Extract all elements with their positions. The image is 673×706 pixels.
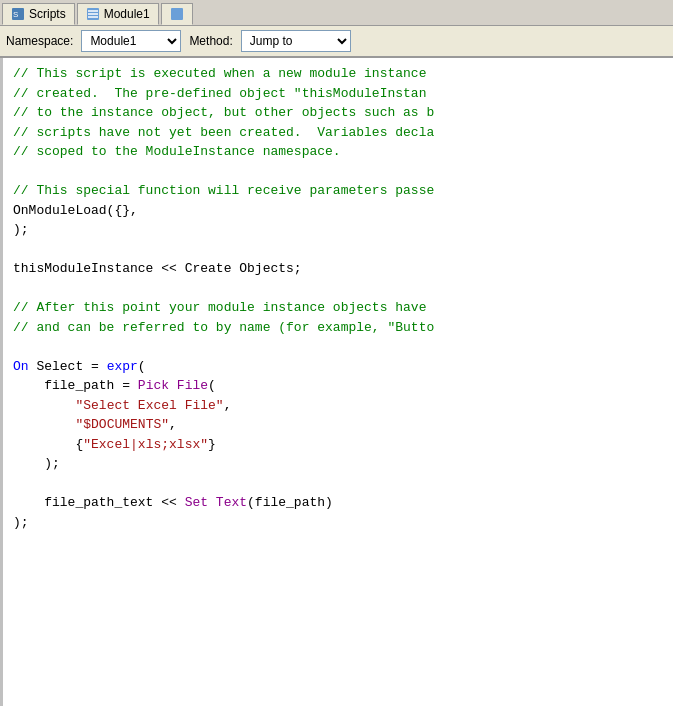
tab-bar: S Scripts Module1 xyxy=(0,0,673,26)
tab-module1-label: Module1 xyxy=(104,7,150,21)
toolbar: Namespace: Module1 Method: Jump to xyxy=(0,26,673,58)
tab-module1[interactable]: Module1 xyxy=(77,3,159,25)
module-icon xyxy=(86,7,100,21)
svg-rect-6 xyxy=(171,8,183,20)
scripts-icon: S xyxy=(11,7,25,21)
method-label: Method: xyxy=(189,34,232,48)
namespace-select[interactable]: Module1 xyxy=(81,30,181,52)
method-select[interactable]: Jump to xyxy=(241,30,351,52)
svg-text:S: S xyxy=(13,10,18,19)
tab-scripts-label: Scripts xyxy=(29,7,66,21)
tab-extra[interactable] xyxy=(161,3,193,25)
editor-area: // This script is executed when a new mo… xyxy=(0,58,673,706)
tab-scripts[interactable]: S Scripts xyxy=(2,3,75,25)
namespace-label: Namespace: xyxy=(6,34,73,48)
code-content[interactable]: // This script is executed when a new mo… xyxy=(3,64,673,532)
extra-icon xyxy=(170,7,184,21)
